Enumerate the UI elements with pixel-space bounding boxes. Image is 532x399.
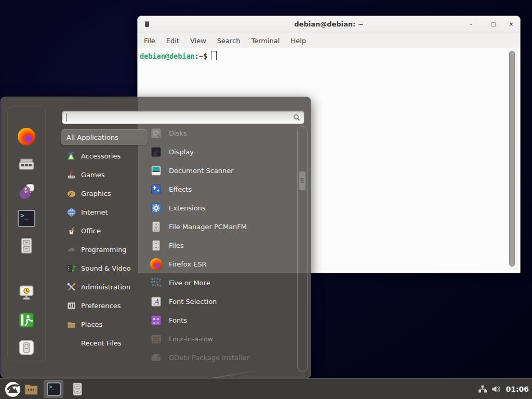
category-programming[interactable]: Programming [61,240,148,259]
favorite-pidgin[interactable] [18,183,35,201]
terminal-menu-file[interactable]: File [144,37,155,45]
prompt-user-host: debian@debian [140,52,195,60]
terminal-menu-search[interactable]: Search [217,37,241,45]
terminal-scrollbar-thumb[interactable] [509,51,515,267]
terminal-menu-edit[interactable]: Edit [166,37,179,45]
network-icon[interactable] [478,385,487,393]
favorite-lock-screen[interactable] [18,284,35,301]
search-input[interactable] [65,112,284,122]
menu-icon [5,381,21,397]
favorite-firefox[interactable] [18,128,35,145]
places-icon [66,320,76,329]
app-list-scrollbar-thumb[interactable] [299,171,306,191]
accessories-icon [66,151,76,161]
category-sound-video[interactable]: Sound & Video [61,259,148,277]
pidgin-icon [18,183,35,201]
app-label: GDebi Package Installer [169,354,249,362]
favorite-file-manager[interactable] [18,237,35,255]
volume-icon[interactable] [491,385,501,393]
category-all-applications[interactable]: All Applications [61,129,148,145]
app-list-scrollbar-track[interactable] [297,126,308,371]
app-label: Font Selection [169,298,217,305]
prompt-path: :~$ [195,52,207,60]
search-icon [293,114,300,121]
category-preferences[interactable]: Preferences [61,296,148,315]
taskbar: >_ 01:06 [0,378,532,399]
shell-prompt: debian@debian:~$ [140,51,217,60]
minimize-button[interactable]: – [466,20,475,29]
five-or-more-icon [150,277,162,289]
document-scanner-icon [150,165,162,177]
terminal-scrollbar-track[interactable] [510,49,518,270]
system-tray: 01:06 [478,379,529,399]
file-manager-icon [70,382,85,396]
app-files[interactable]: Files [148,236,296,255]
application-menu: debian >_ All ApplicationsAccessoriesGam… [1,97,311,378]
category-list: All ApplicationsAccessoriesGamesGraphics… [61,128,148,352]
maximize-button[interactable]: □ [489,20,498,29]
graphics-icon [66,189,76,198]
category-label: Sound & Video [81,264,131,272]
app-firefox-esr[interactable]: Firefox ESR [148,255,296,273]
category-label: Graphics [81,190,111,197]
file-manager-icon [18,237,35,255]
app-extensions[interactable]: Extensions [148,198,296,217]
lock-screen-icon [18,284,35,301]
extensions-icon [150,202,162,214]
terminal-titlebar[interactable]: debian@debian: ~ – □ × [138,16,520,33]
shutdown-icon [18,339,35,356]
favorite-terminal[interactable]: >_ [18,210,35,228]
favorite-shutdown[interactable] [18,339,35,356]
app-font-selection[interactable]: AFont Selection [148,292,296,311]
application-list: DisksDisplayDocument ScannerEffectsExten… [148,124,296,367]
app-disks[interactable]: Disks [148,124,296,142]
close-button[interactable]: × [507,20,516,29]
app-label: Document Scanner [169,167,234,175]
app-label: File Manager PCManFM [169,223,247,231]
category-label: Games [81,171,104,179]
font-selection-icon: A [150,296,162,308]
app-five-or-more[interactable]: Five or More [148,273,296,292]
app-label: Four-in-a-row [169,335,213,343]
text-caret [66,113,66,122]
taskbar-terminal-button[interactable]: >_ [44,380,63,398]
category-accessories[interactable]: Accessories [61,147,148,165]
terminal-menu-terminal[interactable]: Terminal [251,37,280,45]
app-label: Effects [169,185,192,193]
software-install-icon [18,155,35,173]
category-administration[interactable]: Administration [61,277,148,296]
app-fonts[interactable]: a aa aFonts [148,311,296,329]
category-games[interactable]: Games [61,165,148,184]
category-places[interactable]: Places [61,315,148,334]
favorites-rail: >_ [7,107,46,362]
taskbar-menu-button[interactable] [4,380,21,398]
app-gdebi-package-installer[interactable]: GDebi Package Installer [148,348,296,367]
category-label: Accessories [81,152,121,160]
effects-icon [150,183,162,195]
app-document-scanner[interactable]: Document Scanner [148,161,296,180]
app-display[interactable]: Display [148,142,296,161]
terminal-menu-view[interactable]: View [190,37,206,45]
taskbar-file-manager-button[interactable] [69,380,86,398]
terminal-menu-help[interactable]: Help [290,37,306,45]
file-manager-icon [150,221,162,233]
office-icon [66,226,76,236]
window-title: debian@debian: ~ [138,20,520,28]
category-label: Administration [81,283,130,291]
favorite-software-install[interactable] [18,155,35,173]
app-four-in-a-row[interactable]: Four-in-a-row [148,329,296,348]
internet-icon [66,207,76,217]
category-office[interactable]: Office [61,221,148,240]
app-file-manager-pcmanfm[interactable]: File Manager PCManFM [148,217,296,236]
disks-icon [150,127,162,139]
app-effects[interactable]: Effects [148,180,296,198]
sound-video-icon [66,263,76,273]
taskbar-folder-button[interactable] [23,380,39,398]
programming-icon [66,245,76,255]
clock[interactable]: 01:06 [506,385,529,393]
category-recent-files[interactable]: Recent Files [61,334,148,352]
category-internet[interactable]: Internet [61,203,148,221]
category-graphics[interactable]: Graphics [61,184,148,203]
category-label: Internet [81,208,108,216]
favorite-logout[interactable] [18,311,35,329]
